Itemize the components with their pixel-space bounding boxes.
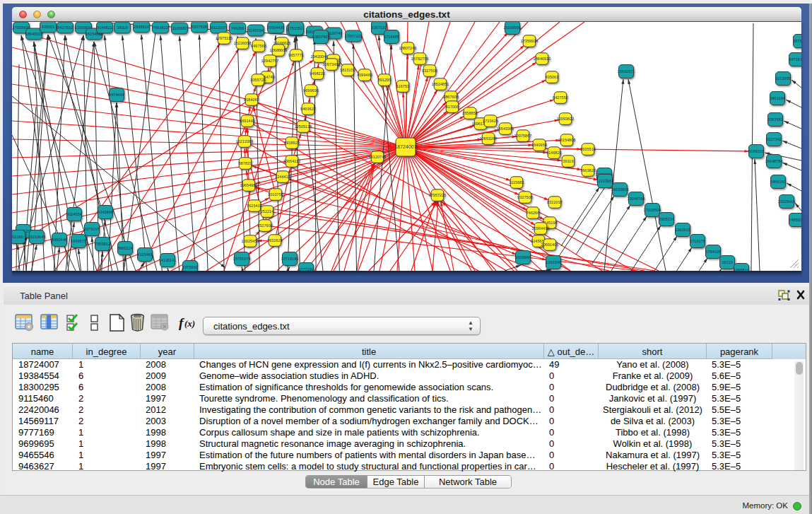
svg-text:(x): (x): [184, 318, 195, 329]
svg-text:9327503: 9327503: [422, 69, 437, 73]
svg-text:19654983: 19654983: [240, 183, 258, 187]
svg-text:8427552: 8427552: [553, 95, 568, 100]
svg-text:7625402: 7625402: [247, 204, 262, 208]
svg-text:18640910: 18640910: [534, 57, 551, 61]
svg-text:1145194: 1145194: [248, 28, 263, 33]
svg-text:12505135: 12505135: [295, 124, 312, 129]
svg-text:9657771: 9657771: [288, 53, 304, 57]
svg-text:62160: 62160: [12, 235, 23, 239]
svg-text:887833: 887833: [239, 161, 252, 165]
svg-text:1733426: 1733426: [483, 119, 498, 123]
svg-text:7632621: 7632621: [267, 238, 283, 243]
svg-text:16033809: 16033809: [611, 187, 629, 192]
svg-text:18640910: 18640910: [25, 32, 43, 36]
svg-text:12213967: 12213967: [596, 179, 614, 183]
svg-text:2087682: 2087682: [767, 117, 783, 122]
svg-text:252214: 252214: [261, 209, 274, 214]
svg-text:1055724: 1055724: [250, 78, 266, 82]
svg-text:435061: 435061: [546, 75, 559, 79]
svg-text:10688609: 10688609: [270, 48, 288, 52]
svg-text:6466160: 6466160: [770, 180, 786, 184]
svg-text:8938923: 8938923: [284, 141, 300, 145]
svg-text:17957225: 17957225: [429, 193, 447, 197]
svg-text:14136141: 14136141: [159, 258, 177, 262]
svg-text:5716485: 5716485: [384, 35, 399, 39]
svg-text:16543382: 16543382: [497, 127, 514, 131]
svg-text:12975115: 12975115: [216, 36, 233, 40]
svg-text:13325419: 13325419: [778, 199, 796, 204]
svg-text:12093822: 12093822: [557, 117, 575, 121]
svg-text:9242848: 9242848: [98, 210, 113, 214]
svg-text:1975692: 1975692: [182, 265, 198, 269]
svg-text:15751074: 15751074: [233, 257, 251, 261]
svg-text:6794028: 6794028: [705, 250, 721, 254]
svg-text:12213389: 12213389: [236, 139, 254, 144]
svg-text:18807249: 18807249: [399, 46, 417, 50]
svg-text:10653267: 10653267: [480, 136, 498, 141]
svg-text:3267110: 3267110: [371, 25, 386, 30]
svg-text:2867608: 2867608: [443, 95, 459, 99]
svg-text:8322037: 8322037: [547, 200, 563, 204]
svg-text:9329966: 9329966: [515, 255, 531, 259]
svg-text:751552: 751552: [290, 26, 303, 30]
svg-text:2905334: 2905334: [659, 217, 674, 221]
svg-text:9115460: 9115460: [137, 252, 152, 257]
svg-text:3215955: 3215955: [775, 76, 791, 81]
svg-text:10025458: 10025458: [242, 239, 259, 243]
svg-text:7955812: 7955812: [95, 242, 110, 246]
svg-text:17359934: 17359934: [521, 39, 539, 43]
svg-text:16210: 16210: [722, 260, 733, 264]
svg-text:746266: 746266: [231, 26, 245, 30]
svg-text:8427552: 8427552: [57, 25, 73, 30]
svg-text:18724007: 18724007: [394, 144, 416, 149]
svg-text:f: f: [179, 315, 184, 330]
svg-text:6679197: 6679197: [84, 227, 100, 231]
svg-text:7485003: 7485003: [789, 218, 801, 222]
svg-text:1115682: 1115682: [510, 180, 524, 185]
svg-text:116753: 116753: [396, 84, 409, 88]
svg-text:4099489: 4099489: [357, 73, 372, 77]
svg-text:1558852: 1558852: [462, 111, 478, 115]
svg-text:1244415: 1244415: [275, 175, 290, 179]
svg-text:7663822: 7663822: [580, 168, 596, 173]
svg-text:2803144: 2803144: [770, 96, 785, 100]
svg-text:12942757: 12942757: [261, 59, 279, 63]
svg-text:891295: 891295: [378, 78, 392, 82]
svg-text:1640954: 1640954: [531, 143, 547, 147]
svg-text:1010755: 1010755: [268, 192, 283, 197]
svg-text:6497568: 6497568: [251, 44, 266, 48]
svg-text:1649575: 1649575: [71, 239, 86, 243]
svg-text:9699695: 9699695: [303, 88, 319, 93]
svg-text:9327508: 9327508: [192, 25, 207, 29]
svg-text:1815152: 1815152: [340, 68, 355, 72]
svg-text:17016504: 17016504: [644, 208, 661, 212]
svg-text:20975867: 20975867: [514, 134, 532, 138]
svg-text:20206556: 20206556: [504, 25, 522, 30]
svg-text:19046798: 19046798: [628, 197, 645, 201]
svg-text:9474444: 9474444: [109, 93, 124, 97]
svg-text:18524851: 18524851: [432, 82, 449, 86]
svg-text:3875685: 3875685: [793, 39, 801, 43]
svg-text:16120746: 16120746: [369, 155, 387, 159]
svg-text:7663822: 7663822: [153, 25, 168, 30]
svg-text:3024554: 3024554: [66, 212, 82, 216]
svg-text:1115682: 1115682: [172, 26, 187, 30]
svg-text:1691443: 1691443: [240, 119, 255, 123]
svg-text:15226058: 15226058: [234, 41, 252, 45]
svg-text:8186323: 8186323: [748, 149, 764, 153]
svg-text:8660124: 8660124: [117, 246, 133, 250]
svg-text:10973493: 10973493: [323, 62, 341, 66]
svg-text:39119: 39119: [117, 25, 127, 30]
svg-text:435061: 435061: [42, 25, 55, 29]
svg-text:9227342: 9227342: [766, 137, 782, 141]
svg-text:17957225: 17957225: [345, 34, 363, 38]
svg-text:9463627: 9463627: [300, 107, 316, 111]
svg-text:10654112: 10654112: [283, 159, 300, 163]
svg-text:1362615: 1362615: [675, 228, 690, 232]
svg-text:20691406: 20691406: [541, 243, 559, 247]
svg-text:8990448: 8990448: [52, 238, 67, 242]
svg-text:9498222: 9498222: [310, 71, 325, 76]
svg-text:20364436: 20364436: [532, 226, 550, 230]
svg-text:9084067: 9084067: [244, 98, 259, 102]
svg-text:10719185: 10719185: [281, 257, 299, 261]
